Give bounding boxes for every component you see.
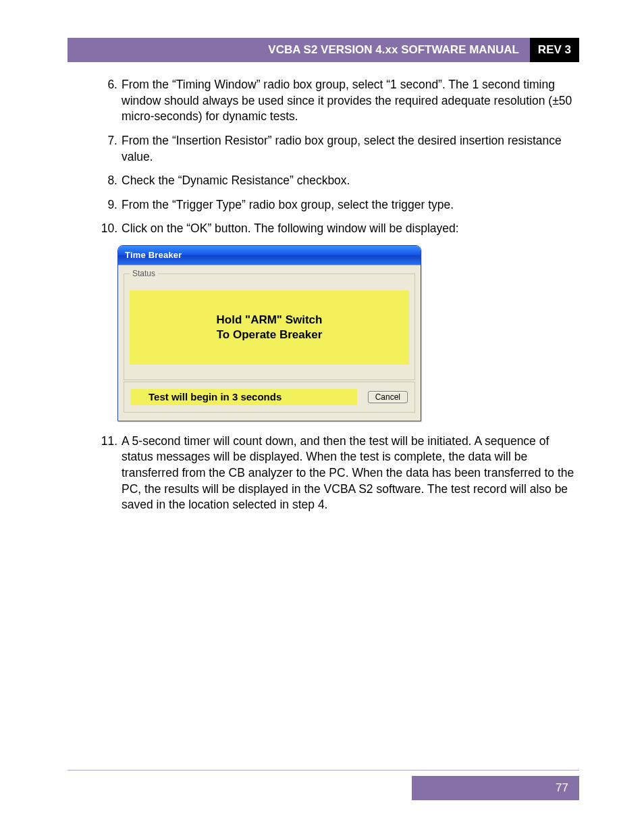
step-10: 10. Click on the “OK” button. The follow… [68,221,579,237]
step-number: 8. [95,173,122,189]
step-8: 8. Check the “Dynamic Resistance” checkb… [68,173,579,189]
footer-divider [68,770,579,771]
arm-switch-message: Hold "ARM" Switch To Operate Breaker [130,290,409,365]
step-11: 11. A 5-second timer will count down, an… [68,434,579,513]
step-9: 9. From the “Trigger Type” radio box gro… [68,197,579,213]
step-7: 7. From the “Insertion Resistor” radio b… [68,133,579,165]
time-breaker-dialog: Time Breaker Status Hold "ARM" Switch To… [117,245,421,421]
header-rev: REV 3 [530,38,579,62]
step-text: From the “Timing Window” radio box group… [122,77,579,125]
page-number-block: 77 [412,776,579,800]
step-number: 7. [95,133,122,165]
page-number: 77 [556,781,568,795]
step-number: 10. [95,221,122,237]
step-number: 9. [95,197,122,213]
step-number: 6. [95,77,122,125]
countdown-text: Test will begin in 3 seconds [131,389,357,405]
status-fieldset: Status Hold "ARM" Switch To Operate Brea… [124,273,415,380]
step-6: 6. From the “Timing Window” radio box gr… [68,77,579,125]
document-header: VCBA S2 VERSION 4.xx SOFTWARE MANUAL REV… [68,38,579,62]
step-text: Check the “Dynamic Resistance” checkbox. [122,173,579,189]
step-text: Click on the “OK” button. The following … [122,221,579,237]
countdown-fieldset: Test will begin in 3 seconds Cancel [124,382,415,413]
footer: 77 [68,776,579,800]
msg-line-1: Hold "ARM" Switch [217,313,323,327]
dialog-body: Status Hold "ARM" Switch To Operate Brea… [118,265,421,421]
step-number: 11. [95,434,122,513]
msg-line-2: To Operate Breaker [217,328,323,342]
step-text: A 5-second timer will count down, and th… [122,434,579,513]
dialog-titlebar: Time Breaker [118,246,421,265]
status-legend: Status [130,268,158,279]
cancel-button[interactable]: Cancel [368,391,408,403]
header-title: VCBA S2 VERSION 4.xx SOFTWARE MANUAL [68,38,530,62]
step-text: From the “Trigger Type” radio box group,… [122,197,579,213]
step-text: From the “Insertion Resistor” radio box … [122,133,579,165]
body-content: 6. From the “Timing Window” radio box gr… [68,77,579,513]
